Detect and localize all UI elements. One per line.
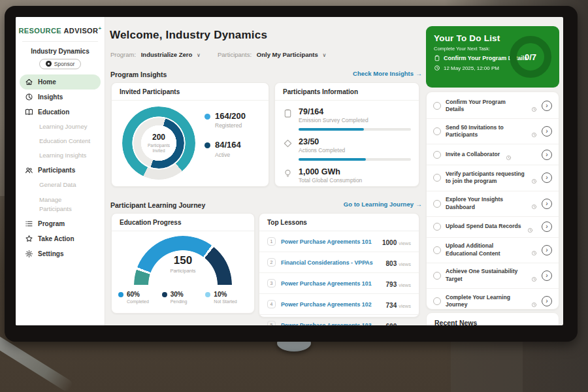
lesson-row: 5 Power Purchase Agreements 103 600views (259, 315, 419, 325)
chevron-down-icon: ∨ (322, 52, 326, 58)
todo-tasks-card: Confirm Your Program Details › Send 50 I… (426, 91, 559, 310)
task-checkbox[interactable] (433, 223, 441, 231)
sidebar-item-settings[interactable]: Settings (20, 246, 101, 261)
task-checkbox[interactable] (433, 246, 441, 254)
dashboard-screen: RESOURCE ADVISOR+ Industry Dynamics Spon… (16, 17, 563, 325)
sponsor-icon (46, 61, 52, 67)
chevron-down-icon: ∨ (197, 52, 201, 58)
clock-icon (531, 175, 537, 181)
lesson-row: 4 Power Purchase Agreements 102 734views (259, 294, 419, 315)
lesson-title-link[interactable]: Power Purchase Agreements 101 (281, 238, 377, 245)
task-checkbox[interactable] (433, 297, 441, 305)
participants-filter[interactable]: Participants: Only My Participants ∨ (218, 51, 326, 58)
task-open-button[interactable]: › (542, 101, 552, 111)
sidebar-item-participants[interactable]: Participants (20, 163, 101, 178)
app-logo: RESOURCE ADVISOR+ (16, 17, 105, 35)
sidebar-item-general-data[interactable]: General Data (20, 178, 101, 192)
lesson-rank: 4 (267, 300, 276, 308)
sidebar-item-learning-journey[interactable]: Learning Journey (20, 120, 101, 134)
participants-icon (25, 166, 33, 174)
task-checkbox[interactable] (433, 272, 441, 280)
sidebar-item-home[interactable]: Home (20, 74, 101, 90)
clock-icon (531, 299, 537, 304)
legend-dot-icon (204, 114, 210, 120)
gauge-value: 150 (134, 254, 232, 267)
arrow-right-icon: → (416, 201, 422, 208)
clock-icon (531, 103, 537, 109)
todo-progress-ring: 0/7 (510, 36, 551, 78)
program-filter-label: Program: (110, 51, 136, 58)
sidebar-item-take-action[interactable]: Take Action (20, 231, 101, 246)
todo-task-row-complete-your-learning-journey: Complete Your Learning Journey › (427, 289, 559, 314)
insights-icon (25, 93, 33, 101)
program-filter-value: Industrialize Zero (141, 51, 193, 58)
task-list: Confirm Your Program Details › Send 50 I… (427, 93, 559, 314)
participant-metric-total-global-consumption: 1,000 GWh Total Global Consumption (275, 161, 419, 184)
sidebar-item-education-content[interactable]: Education Content (20, 134, 101, 148)
todo-progress-value: 0/7 (525, 52, 536, 62)
task-open-button[interactable]: › (542, 199, 552, 209)
todo-task-row-achieve-one-sustainability-target: Achieve One Sustainability Target › (427, 263, 559, 289)
sidebar-item-learning-insights[interactable]: Learning Insights (20, 148, 101, 163)
education-progress-card: Education Progress 150 Participants 60% … (111, 213, 255, 314)
check-more-insights-link[interactable]: Check More Insights→ (353, 70, 422, 77)
task-checkbox[interactable] (433, 174, 441, 182)
todo-task-row-upload-additional-educational-content: Upload Additional Educational Content › (427, 238, 559, 263)
lesson-rank: 3 (267, 279, 276, 287)
lesson-title-link[interactable]: Financial Considerations - VPPAs (281, 259, 381, 266)
program-icon (25, 220, 33, 228)
task-checkbox[interactable] (433, 102, 441, 110)
lesson-title-link[interactable]: Power Purchase Agreements 102 (281, 301, 381, 308)
lesson-title-link[interactable]: Power Purchase Agreements 103 (281, 322, 381, 326)
invited-participants-donut-chart: 200 Participants Invited (122, 106, 195, 180)
clock-icon (531, 201, 537, 206)
task-open-button[interactable]: › (542, 270, 552, 281)
clock-icon (531, 247, 537, 253)
donut-legend-item-active: 84/164 Active (204, 140, 246, 157)
gauge-value-label: Participants (134, 268, 232, 274)
clock-icon (527, 224, 533, 230)
sidebar-item-education[interactable]: Education (20, 105, 101, 120)
divider (22, 41, 98, 42)
go-to-learning-journey-link[interactable]: Go to Learning Journey→ (344, 201, 422, 208)
task-open-button[interactable]: › (542, 150, 552, 160)
logo-text-primary: RESOURCE (18, 27, 61, 35)
sidebar-item-insights[interactable]: Insights (20, 90, 101, 105)
lesson-rank: 2 (267, 258, 276, 267)
gauge-center: 150 Participants (134, 254, 232, 274)
program-filter[interactable]: Program: Industrialize Zero ∨ (110, 51, 201, 58)
task-open-button[interactable]: › (542, 221, 552, 232)
sidebar-item-program[interactable]: Program (20, 216, 101, 231)
task-open-button[interactable]: › (542, 245, 552, 255)
task-checkbox[interactable] (433, 200, 441, 208)
task-checkbox[interactable] (433, 151, 441, 159)
sidebar-nav: Home Insights Education Learning Journey… (16, 74, 105, 262)
learning-journey-heading: Participant Learning Journey (110, 201, 205, 209)
legend-dot-icon (205, 292, 210, 297)
clock-icon (434, 65, 440, 71)
clock-icon (506, 152, 512, 157)
clock-icon (531, 129, 537, 135)
lesson-title-link[interactable]: Power Purchase Agreements 101 (281, 280, 381, 287)
task-open-button[interactable]: › (542, 172, 552, 183)
clipboard-icon (434, 55, 440, 61)
sponsor-badge[interactable]: Sponsor (39, 59, 81, 69)
program-insights-heading: Program Insights (110, 71, 167, 78)
legend-dot-icon (162, 292, 167, 297)
progress-bar (299, 158, 411, 161)
participant-metric-emission-survey-completed: 79/164 Emission Survey Completed (275, 101, 419, 131)
task-open-button[interactable]: › (542, 126, 552, 137)
invited-count: 200 (152, 133, 165, 142)
task-open-button[interactable]: › (542, 296, 552, 306)
participants-information-title: Participants Information (275, 83, 419, 101)
task-checkbox[interactable] (433, 127, 441, 135)
sponsor-label: Sponsor (54, 61, 75, 67)
survey-icon (283, 108, 293, 118)
todo-task-row-invite-a-collaborator: Invite a Collaborator › (427, 144, 559, 165)
sidebar: RESOURCE ADVISOR+ Industry Dynamics Spon… (16, 17, 105, 325)
invited-participants-card: Invited Participants 200 Participants In… (111, 82, 269, 187)
sidebar-item-manage-participants[interactable]: Manage Participants (20, 193, 101, 217)
todo-task-row-verify-participants-requesting-to-join-t: Verify participants requesting to join t… (427, 165, 559, 191)
todo-summary-card: Your To Do List Complete Your Next Task:… (426, 26, 559, 88)
lesson-row: 1 Power Purchase Agreements 101 1000view… (259, 231, 419, 252)
